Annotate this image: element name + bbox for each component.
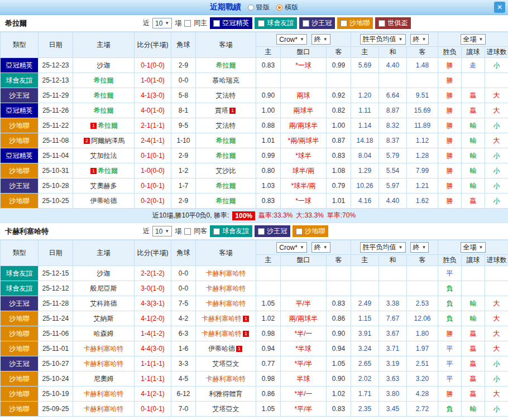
filter-games-label: 場 [175, 226, 181, 236]
competition-filter-chip[interactable]: 沙王冠 [299, 17, 335, 29]
initial-final-select[interactable]: 終▼ [311, 34, 330, 45]
handicap-line: 平/半 [281, 296, 327, 311]
chip-checkbox[interactable] [303, 20, 309, 27]
avg-draw-odds: 3.38 [379, 296, 407, 311]
avg-home-odds: 1.29 [351, 163, 379, 178]
radio-vertical-label: 豎版 [256, 3, 270, 12]
recent-count-select[interactable]: 10 ▼ [152, 18, 172, 28]
corner-count: 8-1 [171, 103, 196, 118]
result-outcome: 勝 [438, 148, 462, 163]
handicap-away-odds: 1.02 [327, 387, 351, 402]
team-name: 沙迦 [97, 269, 111, 277]
competition-filter-chip[interactable]: 球會友誼 [210, 225, 252, 237]
close-icon[interactable]: ✕ [494, 2, 505, 13]
competition-type: 亞冠精英 [1, 58, 39, 73]
corner-count: 7-0 [171, 402, 196, 417]
handicap-away-odds [327, 266, 351, 281]
handicap-line: 兩/兩球半 [281, 311, 327, 326]
result-outcome: 勝 [438, 387, 462, 402]
fulltime-select[interactable]: 全場▼ [461, 34, 486, 45]
score: 2-1(1-1) [135, 118, 171, 133]
chevron-down-icon: ▼ [300, 37, 304, 42]
avg-initial-final-value: 終 [413, 243, 420, 252]
result-handicap: 贏 [462, 356, 485, 371]
competition-filter-chip[interactable]: 亞冠精英 [210, 17, 252, 29]
competition-filter-chip[interactable]: 沙王冠 [255, 225, 290, 237]
handicap-line: 兩球 [281, 88, 327, 103]
team-cell: 卡赫利塞哈特 [73, 387, 135, 402]
radio-off-icon[interactable] [248, 4, 254, 11]
layout-radio-vertical[interactable]: 豎版 [248, 3, 270, 12]
match-date: 25-10-28 [39, 178, 73, 194]
avg-initial-final-select[interactable]: 終▼ [410, 34, 429, 45]
corner-count: 4-2 [171, 311, 196, 326]
subcol-avg-home: 主 [351, 47, 379, 58]
avg-home-odds: 1.11 [351, 103, 379, 118]
result-goals: 大 [485, 387, 508, 402]
team-name: 慕哈瑞克 [213, 76, 239, 84]
team-name: 希拉爾 [216, 197, 236, 205]
match-date: 25-11-22 [39, 118, 73, 133]
handicap-away-odds: 0.92 [327, 88, 351, 103]
team-name: 希拉爾 [94, 107, 114, 114]
avg-odds-select[interactable]: 胜平负均值▼ [360, 242, 406, 253]
result-goals: 小 [485, 118, 508, 133]
bookmaker-select[interactable]: Crow*▼ [276, 34, 307, 45]
competition-filter-chip[interactable]: 沙地聯 [337, 17, 373, 29]
competition-filter-chip[interactable]: 球會友誼 [255, 17, 297, 29]
fulltime-select[interactable]: 全場▼ [461, 242, 486, 253]
same-venue-checkbox[interactable] [184, 228, 191, 235]
col-header-corner: 角球 [171, 32, 196, 58]
results-table: 類型 日期 主場 比分(半場) 角球 客場 Crow*▼ 終▼ 胜平负均值▼ 終… [0, 32, 508, 209]
filter-near-label: 近 [143, 226, 150, 236]
match-row: 球會友誼25-12-13希拉爾1-0(1-0)0-0慕哈瑞克勝 [1, 73, 508, 88]
subcol-handicap-home: 主 [256, 47, 281, 58]
chip-checkbox[interactable] [341, 20, 347, 27]
radio-on-icon[interactable] [276, 4, 282, 11]
team-name: 卡赫利塞哈特 [84, 405, 124, 413]
chip-checkbox[interactable] [258, 228, 265, 235]
chip-checkbox[interactable] [378, 20, 385, 27]
chip-checkbox[interactable] [296, 228, 303, 235]
subcol-avg-away: 客 [407, 47, 438, 58]
handicap-line: *半/一 [281, 326, 327, 341]
handicap-line: *平/半 [281, 356, 327, 371]
avg-away-odds: 1.12 [407, 133, 438, 148]
avg-away-odds [407, 266, 438, 281]
same-venue-checkbox[interactable] [184, 20, 191, 27]
score: 4-4(3-0) [135, 341, 171, 356]
bookmaker-select[interactable]: Crow*▼ [276, 242, 307, 253]
team-name: 卡赫利塞哈特 [84, 360, 124, 368]
subcol-avg-draw: 和 [379, 47, 407, 58]
chip-checkbox[interactable] [213, 20, 220, 27]
chip-checkbox[interactable] [213, 228, 220, 235]
recent-count-select[interactable]: 10 ▼ [152, 226, 172, 236]
chip-checkbox[interactable] [258, 20, 265, 27]
match-date: 25-11-08 [39, 133, 73, 148]
team-cell: 艾沙比 [196, 163, 256, 178]
fulltime-value: 全場 [463, 35, 477, 44]
initial-final-select[interactable]: 終▼ [311, 242, 330, 253]
team-name: 卡赫利塞哈特 [206, 284, 246, 292]
result-outcome: 平 [438, 356, 462, 371]
avg-home-odds: 3.91 [351, 326, 379, 341]
corner-count: 7-5 [171, 296, 196, 311]
avg-home-odds: 1.20 [351, 88, 379, 103]
competition-filter-chip[interactable]: 世俱盃 [375, 17, 411, 29]
match-date: 25-12-15 [39, 266, 73, 281]
page-title: 近期戰績 [210, 2, 241, 12]
team-cell: 般尼亞斯 [73, 281, 135, 296]
rank-badge: 2 [84, 138, 90, 144]
avg-home-odds: 2.65 [351, 356, 379, 371]
score: 2-4(1-1) [135, 133, 171, 148]
subcol-handicap-line: 盤口 [281, 47, 327, 58]
layout-radio-horizontal[interactable]: 橫版 [276, 3, 298, 12]
avg-odds-select[interactable]: 胜平负均值▼ [360, 34, 406, 45]
competition-filter-chip[interactable]: 沙地聯 [293, 225, 328, 237]
competition-type: 亞冠精英 [1, 148, 39, 163]
score: 0-1(0-1) [135, 178, 171, 194]
avg-away-odds: 12.06 [407, 311, 438, 326]
corner-count: 2-9 [171, 194, 196, 209]
team-name: 阿爾納澤馬 [91, 137, 124, 144]
avg-initial-final-select[interactable]: 終▼ [410, 242, 429, 253]
